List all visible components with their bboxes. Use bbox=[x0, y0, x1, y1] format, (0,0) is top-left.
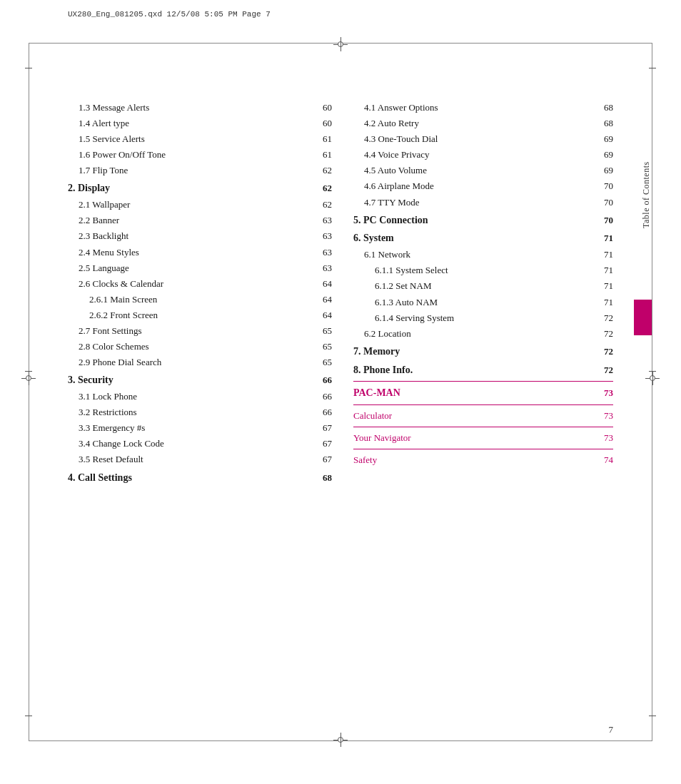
toc-page-num: 72 bbox=[592, 326, 613, 342]
toc-entry-2.9: 2.9 Phone Dial Search65 bbox=[68, 355, 332, 370]
toc-entry-6.1.2: 6.1.2 Set NAM71 bbox=[353, 278, 613, 294]
toc-label: 4.1 Answer Options bbox=[364, 100, 592, 116]
toc-label: 6.1.4 Serving System bbox=[375, 310, 592, 326]
toc-entry-calculator: Calculator73 bbox=[353, 408, 613, 424]
toc-label: 3.3 Emergency #s bbox=[79, 420, 311, 436]
toc-entry-navigator: Your Navigator73 bbox=[353, 430, 613, 446]
tick-mark bbox=[649, 68, 656, 68]
toc-entry-4.3: 4.3 One-Touch Dial69 bbox=[353, 131, 613, 147]
toc-label: 2.6 Clocks & Calendar bbox=[79, 276, 311, 292]
toc-page-num: 70 bbox=[592, 178, 613, 194]
toc-page-num: 67 bbox=[311, 452, 332, 467]
toc-page-num: 60 bbox=[311, 116, 332, 131]
toc-page-num: 65 bbox=[311, 323, 332, 339]
toc-label: 4.2 Auto Retry bbox=[364, 116, 592, 131]
toc-entry-3.4: 3.4 Change Lock Code67 bbox=[68, 436, 332, 452]
toc-page-num: 72 bbox=[592, 344, 613, 360]
toc-label: 6.1.2 Set NAM bbox=[375, 278, 592, 294]
toc-label: 3.5 Reset Default bbox=[79, 452, 311, 467]
toc-page-num: 61 bbox=[311, 131, 332, 147]
crosshair-left bbox=[21, 371, 36, 385]
side-label: Table of Contents bbox=[641, 143, 652, 228]
toc-entry-3.5: 3.5 Reset Default67 bbox=[68, 452, 332, 467]
toc-label: 6.1.3 Auto NAM bbox=[375, 295, 592, 310]
toc-page-num: 68 bbox=[311, 470, 332, 486]
page-border-right bbox=[652, 43, 652, 741]
toc-page-num: 61 bbox=[311, 147, 332, 163]
toc-page-num: 66 bbox=[311, 404, 332, 420]
toc-page-num: 71 bbox=[592, 230, 613, 246]
toc-page-num: 71 bbox=[592, 247, 613, 263]
toc-entry-2.6.1: 2.6.1 Main Screen64 bbox=[68, 292, 332, 307]
toc-page-num: 71 bbox=[592, 295, 613, 310]
toc-page-num: 69 bbox=[592, 131, 613, 147]
toc-entry-4.5: 4.5 Auto Volume69 bbox=[353, 163, 613, 178]
toc-entry-1.4: 1.4 Alert type60 bbox=[68, 116, 332, 131]
crosshair-bottom bbox=[333, 733, 348, 747]
toc-label: 2.4 Menu Styles bbox=[79, 245, 311, 260]
toc-page-num: 71 bbox=[592, 263, 613, 278]
toc-entry-2.5: 2.5 Language63 bbox=[68, 260, 332, 276]
toc-entry-2.7: 2.7 Font Settings65 bbox=[68, 323, 332, 339]
toc-divider bbox=[353, 404, 613, 405]
toc-entry-6.1: 6.1 Network71 bbox=[353, 247, 613, 263]
toc-entry-2: 2. Display62 bbox=[68, 180, 332, 197]
toc-label: Your Navigator bbox=[353, 430, 592, 446]
tick-mark bbox=[25, 68, 32, 68]
toc-page-num: 63 bbox=[311, 245, 332, 260]
toc-entry-3.1: 3.1 Lock Phone66 bbox=[68, 389, 332, 404]
toc-label: 1.5 Service Alerts bbox=[79, 131, 311, 147]
toc-entry-pacman: PAC-MAN73 bbox=[353, 385, 613, 402]
tick-mark bbox=[25, 716, 32, 716]
toc-page-num: 64 bbox=[311, 276, 332, 292]
toc-page-num: 73 bbox=[592, 408, 613, 424]
toc-entry-1.6: 1.6 Power On/Off Tone61 bbox=[68, 147, 332, 163]
toc-entry-2.4: 2.4 Menu Styles63 bbox=[68, 245, 332, 260]
content-area: 1.3 Message Alerts601.4 Alert type601.5 … bbox=[68, 100, 613, 713]
toc-label: PAC-MAN bbox=[353, 385, 592, 402]
toc-page-num: 63 bbox=[311, 260, 332, 276]
toc-page-num: 62 bbox=[311, 163, 332, 178]
pink-tab bbox=[634, 300, 652, 335]
toc-entry-6.1.4: 6.1.4 Serving System72 bbox=[353, 310, 613, 326]
toc-entry-2.1: 2.1 Wallpaper62 bbox=[68, 197, 332, 213]
toc-page-num: 71 bbox=[592, 278, 613, 294]
toc-label: 4.7 TTY Mode bbox=[364, 195, 592, 210]
toc-label: 2.1 Wallpaper bbox=[79, 197, 311, 213]
toc-label: 8. Phone Info. bbox=[353, 362, 592, 379]
toc-entry-2.6: 2.6 Clocks & Calendar64 bbox=[68, 276, 332, 292]
toc-entry-safety: Safety74 bbox=[353, 452, 613, 468]
toc-label: 2.2 Banner bbox=[79, 213, 311, 228]
toc-label: 2. Display bbox=[68, 180, 311, 197]
toc-page-num: 68 bbox=[592, 116, 613, 131]
toc-page-num: 63 bbox=[311, 213, 332, 228]
tick-mark bbox=[649, 716, 656, 716]
toc-label: Calculator bbox=[353, 408, 592, 424]
toc-page-num: 64 bbox=[311, 292, 332, 307]
toc-page-num: 70 bbox=[592, 213, 613, 228]
toc-page-num: 63 bbox=[311, 228, 332, 244]
toc-page-num: 66 bbox=[311, 372, 332, 388]
toc-entry-6.1.3: 6.1.3 Auto NAM71 bbox=[353, 295, 613, 310]
toc-label: Safety bbox=[353, 452, 592, 468]
toc-label: 2.3 Backlight bbox=[79, 228, 311, 244]
toc-page-num: 69 bbox=[592, 147, 613, 163]
toc-label: 2.7 Font Settings bbox=[79, 323, 311, 339]
toc-divider bbox=[353, 427, 613, 427]
toc-label: 4.3 One-Touch Dial bbox=[364, 131, 592, 147]
toc-label: 4. Call Settings bbox=[68, 469, 311, 487]
header-text: UX280_Eng_081205.qxd 12/5/08 5:05 PM Pag… bbox=[68, 10, 613, 19]
toc-divider bbox=[353, 381, 613, 382]
toc-label: 4.6 Airplane Mode bbox=[364, 178, 592, 194]
toc-entry-2.6.2: 2.6.2 Front Screen64 bbox=[68, 307, 332, 323]
toc-page-num: 65 bbox=[311, 355, 332, 370]
toc-label: 2.9 Phone Dial Search bbox=[79, 355, 311, 370]
toc-entry-6.1.1: 6.1.1 System Select71 bbox=[353, 263, 613, 278]
toc-label: 1.4 Alert type bbox=[79, 116, 311, 131]
page-number: 7 bbox=[609, 724, 614, 735]
toc-page-num: 69 bbox=[592, 163, 613, 178]
crosshair-top bbox=[333, 37, 348, 51]
toc-entry-2.8: 2.8 Color Schemes65 bbox=[68, 339, 332, 355]
toc-label: 4.5 Auto Volume bbox=[364, 163, 592, 178]
toc-label: 6.1 Network bbox=[364, 247, 592, 263]
